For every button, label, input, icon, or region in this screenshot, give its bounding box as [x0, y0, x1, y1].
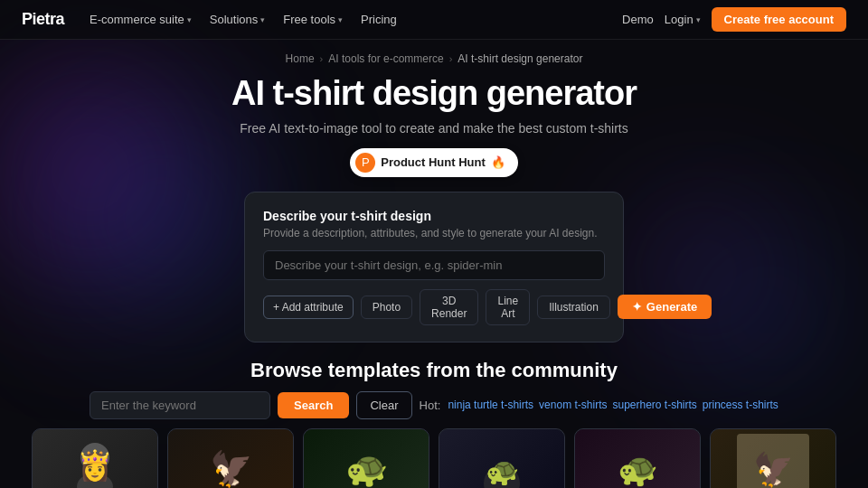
add-attribute-button[interactable]: + Add attribute [263, 296, 354, 319]
style-3d-button[interactable]: 3D Render [420, 289, 478, 325]
page-title: AI t-shirt design generator [231, 74, 637, 114]
breadcrumb-current: AI t-shirt design generator [458, 52, 582, 65]
svg-text:🐢: 🐢 [345, 448, 389, 488]
style-lineart-button[interactable]: Line Art [486, 289, 530, 325]
nav-pricing[interactable]: Pricing [354, 9, 404, 30]
card-image-5: 🦅 [711, 429, 835, 488]
card-art-2: 🐢 [330, 434, 402, 488]
svg-text:🦅: 🦅 [210, 448, 253, 488]
design-actions: + Add attribute Photo 3D Render Line Art… [263, 289, 605, 325]
breadcrumb-home[interactable]: Home [286, 52, 315, 65]
nav-solutions[interactable]: Solutions ▾ [203, 9, 272, 30]
card-image-1: 🦅 [168, 429, 293, 488]
breadcrumb: Home › AI tools for e-commerce › AI t-sh… [286, 52, 583, 65]
search-button[interactable]: Search [278, 392, 349, 418]
breadcrumb-parent[interactable]: AI tools for e-commerce [328, 52, 443, 65]
chevron-down-icon: ▾ [696, 15, 701, 24]
product-hunt-arrow: 🔥 [491, 155, 505, 169]
hot-label: Hot: [420, 399, 441, 412]
breadcrumb-sep-1: › [320, 53, 324, 64]
svg-text:🐢: 🐢 [486, 455, 520, 488]
hot-tag-1[interactable]: venom t-shirts [539, 399, 607, 411]
nav-left: Pietra E-commerce suite ▾ Solutions ▾ Fr… [22, 9, 404, 30]
card-image-2: 🐢 [304, 429, 429, 488]
hot-tag-2[interactable]: superhero t-shirts [612, 399, 696, 411]
nav-right: Demo Login ▾ Create free account [622, 7, 846, 32]
product-hunt-icon: P [355, 153, 375, 173]
chevron-down-icon: ▾ [187, 15, 192, 24]
design-input-box: Describe your t-shirt design Provide a d… [244, 192, 624, 343]
nav-menu: E-commerce suite ▾ Solutions ▾ Free tool… [82, 9, 404, 30]
nav-free-tools[interactable]: Free tools ▾ [276, 9, 350, 30]
browse-title: Browse templates from the community [250, 359, 618, 382]
style-photo-button[interactable]: Photo [361, 296, 412, 319]
chevron-down-icon: ▾ [260, 15, 265, 24]
template-card-1: 🦅 digital art, superhero art, disney-pix… [167, 428, 294, 488]
navbar: Pietra E-commerce suite ▾ Solutions ▾ Fr… [0, 0, 868, 40]
generate-button[interactable]: ✦ Generate [618, 295, 712, 319]
card-image-3: 🐢 [439, 429, 564, 488]
template-card-2: 🐢 Leonardo from Teenage Mutant Ninja Tur… [303, 428, 429, 488]
design-text-input[interactable] [263, 250, 605, 280]
template-card-5: 🦅 A eagle wearing a Mexican flag bandana… [710, 428, 836, 488]
template-card-3: 🐢 ninja turtle, Ninja Turtles peeking ou… [439, 428, 565, 488]
nav-ecommerce[interactable]: E-commerce suite ▾ [82, 9, 199, 30]
hot-tags: ninja turtle t-shirts venom t-shirts sup… [448, 399, 778, 411]
product-hunt-label: Product Hunt Hunt [381, 155, 486, 169]
design-box-subtitle: Provide a description, attributes, and s… [263, 227, 605, 239]
browse-section: Browse templates from the community Sear… [0, 359, 868, 488]
generate-icon: ✦ [632, 300, 642, 314]
template-cards-row: 👸 pencil drawing of a beautiful young pr… [0, 428, 868, 488]
svg-text:🐢: 🐢 [618, 450, 658, 488]
keyword-search-input[interactable] [90, 391, 270, 419]
search-bar: Search Clear Hot: ninja turtle t-shirts … [90, 391, 778, 419]
style-illustration-button[interactable]: Illustration [537, 296, 610, 319]
breadcrumb-sep-2: › [449, 53, 453, 64]
logo: Pietra [22, 10, 64, 29]
svg-text:🦅: 🦅 [753, 450, 794, 488]
hot-tag-3[interactable]: princess t-shirts [703, 399, 778, 411]
card-image-4: 🐢 [575, 429, 700, 488]
main-content: Home › AI tools for e-commerce › AI t-sh… [0, 40, 868, 488]
chevron-down-icon: ▾ [338, 15, 343, 24]
hot-tag-0[interactable]: ninja turtle t-shirts [448, 399, 533, 411]
product-hunt-badge[interactable]: P Product Hunt Hunt 🔥 [350, 148, 518, 177]
card-image-0: 👸 [33, 429, 157, 488]
template-card-4: 🐢 ninja turtle, Silhouettes of the turtl… [574, 428, 701, 488]
card-art-0: 👸 [59, 434, 131, 488]
nav-cta-button[interactable]: Create free account [712, 7, 846, 32]
card-art-4: 🐢 [601, 434, 674, 488]
hero-subtitle: Free AI text-to-image tool to create and… [240, 121, 628, 136]
card-art-1: 🦅 [194, 434, 267, 488]
nav-login-button[interactable]: Login ▾ [665, 13, 701, 26]
design-box-title: Describe your t-shirt design [263, 209, 605, 223]
clear-button[interactable]: Clear [356, 391, 411, 419]
card-art-3: 🐢 [466, 434, 538, 488]
card-art-5: 🦅 [737, 434, 809, 488]
svg-text:👸: 👸 [77, 448, 113, 483]
nav-demo-link[interactable]: Demo [622, 13, 654, 26]
template-card-0: 👸 pencil drawing of a beautiful young pr… [32, 428, 158, 488]
